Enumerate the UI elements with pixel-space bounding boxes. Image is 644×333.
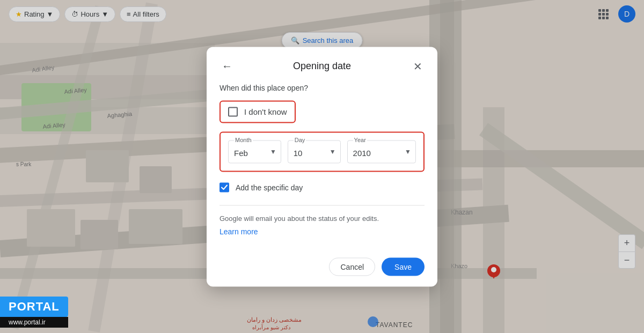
dont-know-section: I don't know bbox=[219, 100, 296, 123]
specific-day-row: Add the specific day bbox=[219, 182, 425, 192]
dialog-back-button[interactable]: ← bbox=[219, 58, 235, 75]
portal-badge: PORTAL www.portal.ir bbox=[0, 297, 68, 328]
dont-know-label[interactable]: I don't know bbox=[244, 107, 287, 116]
month-select[interactable]: Jan Feb Mar Apr May Jun Jul Aug Sep Oct … bbox=[229, 140, 281, 162]
specific-day-checkbox[interactable] bbox=[219, 182, 229, 192]
day-select[interactable]: 1 2 3 4 5 6 7 8 9 10 11 12 13 14 bbox=[288, 140, 340, 162]
dialog-close-button[interactable]: ✕ bbox=[411, 57, 425, 75]
dialog-title: Opening date bbox=[293, 61, 351, 72]
date-section: Month Jan Feb Mar Apr May Jun Jul Aug Se… bbox=[219, 131, 425, 172]
portal-url: www.portal.ir bbox=[0, 317, 68, 328]
specific-day-label[interactable]: Add the specific day bbox=[236, 183, 303, 191]
year-select[interactable]: 2000 2001 2002 2003 2004 2005 2006 2007 … bbox=[348, 140, 415, 162]
dont-know-checkbox[interactable] bbox=[228, 107, 238, 116]
month-group: Month Jan Feb Mar Apr May Jun Jul Aug Se… bbox=[228, 140, 281, 163]
email-notice: Google will email you about the status o… bbox=[219, 214, 425, 222]
back-arrow-icon: ← bbox=[222, 60, 232, 72]
month-floating-label: Month bbox=[234, 136, 253, 143]
save-button[interactable]: Save bbox=[382, 257, 425, 276]
year-floating-label: Year bbox=[353, 136, 367, 143]
learn-more-link[interactable]: Learn more bbox=[219, 227, 258, 235]
day-dropdown-wrapper: Day 1 2 3 4 5 6 7 8 9 10 11 12 13 bbox=[288, 140, 341, 163]
month-dropdown-wrapper: Month Jan Feb Mar Apr May Jun Jul Aug Se… bbox=[228, 140, 281, 163]
divider bbox=[219, 205, 425, 205]
day-floating-label: Day bbox=[294, 136, 306, 143]
cancel-button[interactable]: Cancel bbox=[329, 257, 375, 276]
dialog-header: ← Opening date ✕ bbox=[207, 47, 437, 83]
question-label: When did this place open? bbox=[219, 83, 425, 92]
year-dropdown-wrapper: Year 2000 2001 2002 2003 2004 2005 2006 … bbox=[347, 140, 416, 163]
portal-title: PORTAL bbox=[0, 297, 68, 317]
opening-date-dialog: ← Opening date ✕ When did this place ope… bbox=[207, 47, 437, 286]
dialog-body: When did this place open? I don't know M… bbox=[207, 83, 437, 249]
day-group: Day 1 2 3 4 5 6 7 8 9 10 11 12 13 bbox=[288, 140, 341, 163]
close-icon: ✕ bbox=[413, 60, 422, 72]
year-group: Year 2000 2001 2002 2003 2004 2005 2006 … bbox=[347, 140, 416, 163]
dialog-footer: Cancel Save bbox=[207, 249, 437, 286]
